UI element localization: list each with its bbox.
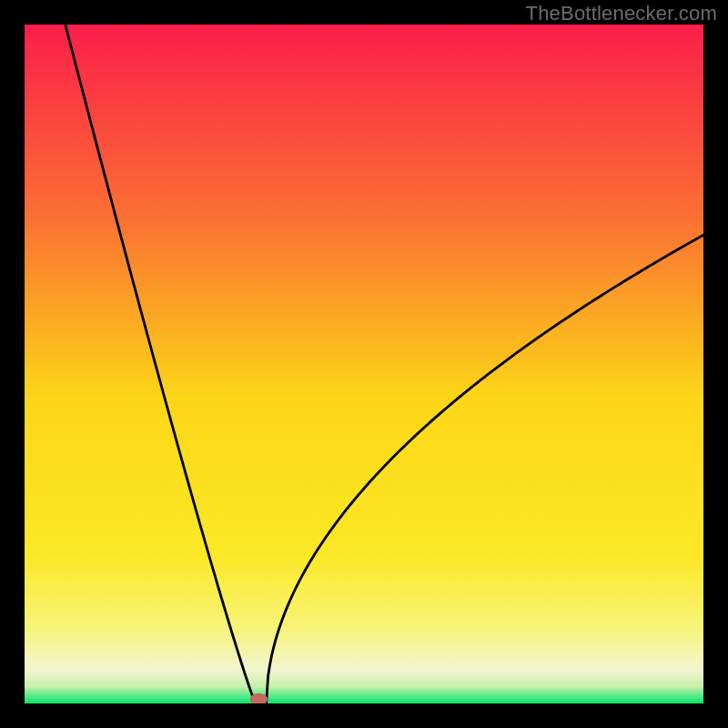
gradient-background (25, 25, 703, 703)
watermark-text: TheBottlenecker.com (526, 2, 717, 25)
bottleneck-chart (25, 25, 703, 703)
chart-frame: TheBottlenecker.com (0, 0, 728, 728)
